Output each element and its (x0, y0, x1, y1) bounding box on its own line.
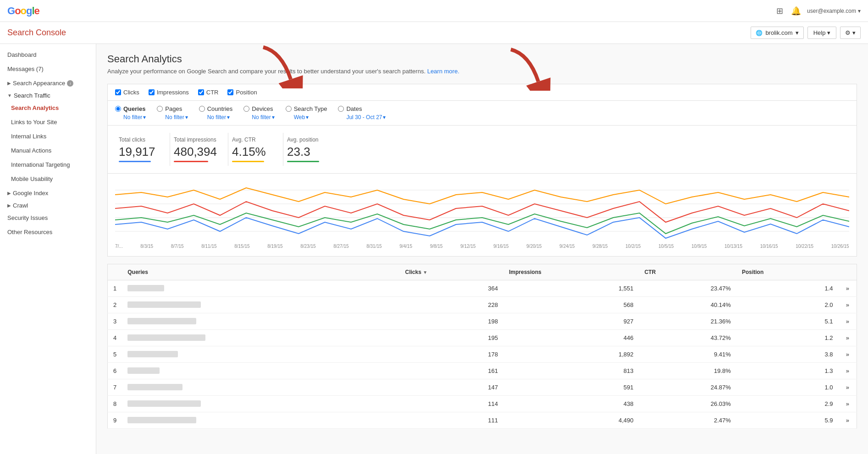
query-cell[interactable] (122, 396, 399, 412)
row-num: 9 (108, 412, 122, 429)
query-cell[interactable] (122, 297, 399, 313)
ctr-checkbox[interactable]: CTR (198, 89, 219, 96)
pages-radio[interactable]: Pages (157, 105, 188, 112)
clicks-cell: 228 (399, 297, 503, 313)
row-chevron[interactable]: » (839, 412, 857, 429)
row-chevron[interactable]: » (839, 280, 857, 297)
bell-icon[interactable]: 🔔 (791, 5, 802, 16)
query-cell[interactable] (122, 412, 399, 429)
table-row: 2 228 568 40.14% 2.0 » (108, 297, 857, 313)
th-clicks[interactable]: Clicks ▼ (399, 264, 503, 280)
row-chevron[interactable]: » (839, 379, 857, 396)
impressions-cell: 438 (503, 396, 639, 412)
dates-dropdown[interactable]: Jul 30 - Oct 27 ▾ (338, 114, 386, 120)
sidebar-item-security-issues[interactable]: Security Issues (0, 211, 96, 225)
chart-container: 7/... 8/3/15 8/7/15 8/11/15 8/15/15 8/19… (107, 174, 857, 257)
sidebar-item-dashboard[interactable]: Dashboard (0, 48, 96, 62)
devices-radio-input[interactable] (243, 106, 249, 112)
topbar-left: Google (7, 5, 39, 17)
queries-dropdown[interactable]: No filter ▾ (115, 114, 146, 120)
devices-radio[interactable]: Devices (243, 105, 274, 112)
pages-filter-group: Pages No filter ▾ (157, 105, 188, 120)
position-checkbox-input[interactable] (227, 89, 233, 95)
search-console-title[interactable]: Search Console (7, 28, 66, 38)
search-type-radio-input[interactable] (286, 106, 292, 112)
row-chevron[interactable]: » (839, 330, 857, 346)
th-action (839, 264, 857, 280)
sidebar-item-mobile-usability[interactable]: Mobile Usability (0, 172, 96, 186)
help-button[interactable]: Help ▾ (807, 27, 837, 39)
countries-radio[interactable]: Countries (199, 105, 233, 112)
avg-ctr-metric: Avg. CTR 4.15% (228, 133, 283, 166)
grid-icon[interactable]: ⊞ (774, 5, 785, 16)
metric-bar: Clicks Impressions CTR Position (107, 84, 857, 101)
query-cell[interactable] (122, 379, 399, 396)
queries-chevron-icon: ▾ (143, 114, 146, 120)
settings-button[interactable]: ⚙ ▾ (840, 27, 861, 39)
ctr-checkbox-input[interactable] (198, 89, 204, 95)
countries-radio-input[interactable] (199, 106, 205, 112)
search-type-radio[interactable]: Search Type (286, 105, 327, 112)
site-selector[interactable]: 🌐 brolik.com ▾ (751, 27, 803, 39)
impressions-checkbox[interactable]: Impressions (149, 89, 189, 96)
sidebar-item-links-to-your-site[interactable]: Links to Your Site (0, 115, 96, 129)
queries-radio-input[interactable] (115, 106, 121, 112)
query-cell[interactable] (122, 363, 399, 379)
search-type-dropdown[interactable]: Web ▾ (286, 114, 327, 120)
ctr-cell: 2.47% (639, 412, 736, 429)
pages-chevron-icon: ▾ (185, 114, 188, 120)
main-content: Search Analytics Analyze your performanc… (96, 44, 868, 454)
learn-more-link[interactable]: Learn more. (427, 68, 459, 75)
clicks-checkbox-input[interactable] (115, 89, 121, 95)
countries-dropdown[interactable]: No filter ▾ (199, 114, 233, 120)
position-checkbox[interactable]: Position (227, 89, 257, 96)
info-icon: i (67, 80, 73, 87)
queries-radio[interactable]: Queries (115, 105, 146, 112)
th-impressions[interactable]: Impressions (503, 264, 639, 280)
query-cell[interactable] (122, 330, 399, 346)
table-body: 1 364 1,551 23.47% 1.4 » 2 228 568 40.14… (108, 280, 857, 429)
total-clicks-metric: Total clicks 19,917 (115, 133, 170, 166)
row-chevron[interactable]: » (839, 297, 857, 313)
sidebar-item-internal-links[interactable]: Internal Links (0, 129, 96, 143)
dates-radio-input[interactable] (338, 106, 344, 112)
query-blurred-text (127, 400, 201, 407)
sidebar-item-search-analytics[interactable]: Search Analytics (0, 101, 96, 115)
sidebar-section-google-index[interactable]: ▶ Google Index (0, 186, 96, 198)
sidebar-section-search-traffic[interactable]: ▼ Search Traffic (0, 88, 96, 101)
help-chevron-icon: ▾ (827, 29, 830, 36)
row-chevron[interactable]: » (839, 396, 857, 412)
query-cell[interactable] (122, 346, 399, 363)
row-chevron[interactable]: » (839, 363, 857, 379)
sidebar-item-manual-actions[interactable]: Manual Actions (0, 143, 96, 158)
row-chevron[interactable]: » (839, 346, 857, 363)
row-num: 4 (108, 330, 122, 346)
th-position[interactable]: Position (736, 264, 839, 280)
sidebar-item-other-resources[interactable]: Other Resources (0, 225, 96, 239)
sidebar-section-crawl[interactable]: ▶ Crawl (0, 198, 96, 211)
clicks-cell: 195 (399, 330, 503, 346)
dates-filter-group: Dates Jul 30 - Oct 27 ▾ (338, 105, 386, 120)
table-row: 1 364 1,551 23.47% 1.4 » (108, 280, 857, 297)
sidebar-item-international-targeting[interactable]: International Targeting (0, 158, 96, 172)
sidebar-item-messages[interactable]: Messages (7) (0, 62, 96, 76)
row-chevron[interactable]: » (839, 313, 857, 330)
query-cell[interactable] (122, 280, 399, 297)
th-queries[interactable]: Queries (122, 264, 399, 280)
sidebar-section-search-appearance[interactable]: ▶ Search Appearance i (0, 76, 96, 88)
devices-dropdown[interactable]: No filter ▾ (243, 114, 274, 120)
dates-radio[interactable]: Dates (338, 105, 386, 112)
total-impressions-metric: Total impressions 480,394 (170, 133, 228, 166)
impressions-checkbox-input[interactable] (149, 89, 155, 95)
account-email[interactable]: user@example.com ▾ (807, 8, 861, 14)
expand-icon-2: ▶ (7, 191, 11, 196)
pages-dropdown[interactable]: No filter ▾ (157, 114, 188, 120)
th-ctr[interactable]: CTR (639, 264, 736, 280)
query-cell[interactable] (122, 313, 399, 330)
query-blurred-text (127, 301, 201, 308)
table-row: 8 114 438 26.03% 2.9 » (108, 396, 857, 412)
clicks-checkbox[interactable]: Clicks (115, 89, 139, 96)
pages-radio-input[interactable] (157, 106, 163, 112)
row-num: 2 (108, 297, 122, 313)
position-cell: 2.9 (736, 396, 839, 412)
